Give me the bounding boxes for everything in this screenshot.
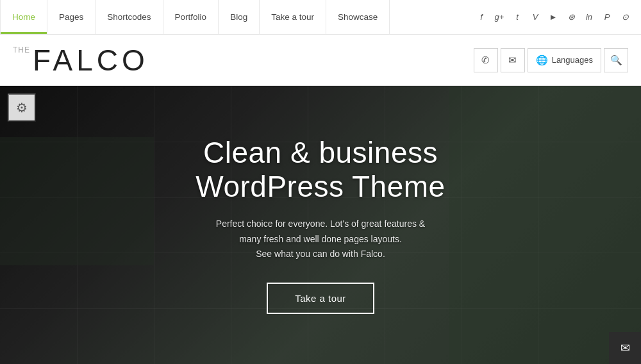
twitter-icon[interactable]: t bbox=[512, 12, 523, 22]
phone-icon: ✆ bbox=[481, 54, 490, 66]
nav-item-shortcodes[interactable]: Shortcodes bbox=[96, 0, 163, 34]
email-icon: ✉ bbox=[508, 54, 517, 66]
vimeo-icon[interactable]: V bbox=[529, 12, 541, 22]
logo-the: THE bbox=[13, 46, 30, 54]
email-button[interactable]: ✉ bbox=[501, 48, 525, 72]
nav-item-portfolio[interactable]: Portfolio bbox=[163, 0, 219, 34]
email-badge-icon: ✉ bbox=[620, 341, 630, 355]
nav-item-take-a-tour[interactable]: Take a tour bbox=[260, 0, 326, 34]
hero-cta-button[interactable]: Take a tour bbox=[267, 283, 374, 314]
hero-subtitle: Perfect choice for everyone. Lot's of gr… bbox=[128, 217, 513, 262]
google-plus-icon[interactable]: g+ bbox=[494, 12, 505, 22]
search-button[interactable]: 🔍 bbox=[604, 48, 628, 72]
languages-label: Languages bbox=[552, 55, 593, 65]
gear-button[interactable]: ⚙ bbox=[8, 94, 36, 122]
pinterest-icon[interactable]: P bbox=[601, 12, 613, 22]
nav-links: HomePagesShortcodesPortfolioBlogTake a t… bbox=[0, 0, 390, 34]
phone-button[interactable]: ✆ bbox=[474, 48, 498, 72]
search-icon: 🔍 bbox=[610, 54, 622, 66]
logo: THE FALCO bbox=[13, 46, 149, 75]
top-navigation: HomePagesShortcodesPortfolioBlogTake a t… bbox=[0, 0, 641, 35]
languages-button[interactable]: 🌐 Languages bbox=[528, 48, 601, 72]
hero-section: ⚙ Clean & businessWordPress Theme Perfec… bbox=[0, 86, 641, 364]
facebook-icon[interactable]: f bbox=[476, 12, 487, 22]
globe-icon: 🌐 bbox=[536, 54, 548, 66]
social-links: fg+tV►⊛inP⊙ bbox=[476, 12, 641, 22]
nav-item-blog[interactable]: Blog bbox=[219, 0, 260, 34]
site-header: THE FALCO ✆ ✉ 🌐 Languages 🔍 bbox=[0, 35, 641, 86]
email-badge[interactable]: ✉ bbox=[609, 332, 641, 364]
extra-icon[interactable]: ⊙ bbox=[619, 12, 631, 22]
nav-item-showcase[interactable]: Showcase bbox=[326, 0, 390, 34]
hero-content: Clean & businessWordPress Theme Perfect … bbox=[128, 136, 513, 314]
logo-falco: FALCO bbox=[33, 46, 149, 75]
nav-item-pages[interactable]: Pages bbox=[47, 0, 96, 34]
youtube-icon[interactable]: ► bbox=[547, 12, 559, 22]
header-actions: ✆ ✉ 🌐 Languages 🔍 bbox=[474, 48, 628, 72]
flickr-icon[interactable]: ⊛ bbox=[565, 12, 577, 22]
linkedin-icon[interactable]: in bbox=[583, 12, 595, 22]
gear-icon: ⚙ bbox=[16, 100, 28, 115]
hero-title: Clean & businessWordPress Theme bbox=[128, 136, 513, 204]
nav-item-home[interactable]: Home bbox=[0, 0, 47, 34]
